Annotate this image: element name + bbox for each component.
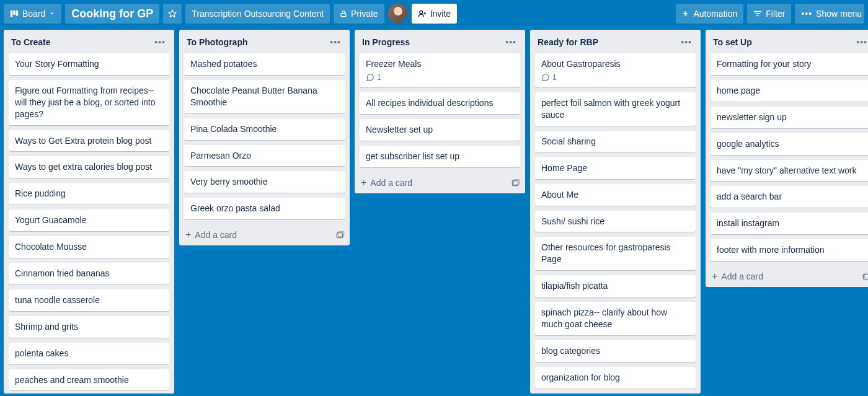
card[interactable]: About Gastroparesis1 [535,53,696,87]
card-template-button[interactable] [335,230,345,240]
card-title: Very berry smoothie [190,176,339,188]
card-badges: 1 [541,73,689,82]
card[interactable]: polenta cakes [9,343,169,364]
card[interactable]: peaches and cream smoothie [9,369,169,391]
card[interactable]: Other resources for gastroparesis Page [535,237,696,270]
svg-rect-2 [16,11,19,16]
list: In Progress•••Freezer Meals1All recipes … [355,30,525,193]
card[interactable]: Very berry smoothie [184,171,345,193]
card[interactable]: About Me [535,184,696,206]
list-title[interactable]: To Create [11,37,151,47]
card[interactable]: Pina Colada Smoothie [184,118,345,140]
card[interactable]: home page [711,80,868,102]
visibility-label: Private [351,9,378,19]
card[interactable]: Parmesan Orzo [184,145,345,167]
workspace-button[interactable]: Transcription Outsourcing Content [185,4,330,24]
board-name-button[interactable]: Cooking for GP [65,4,159,24]
card[interactable]: Chocolate Peanut Butter Banana Smoothie [184,80,345,113]
card[interactable]: google analytics [711,133,868,155]
card[interactable]: tilapia/fish picatta [535,275,696,297]
svg-point-5 [420,11,423,14]
card-title: polenta cakes [15,348,163,359]
list-menu-button[interactable]: ••• [502,36,520,48]
card[interactable]: newsletter sign up [711,107,868,128]
plus-icon: + [712,271,717,282]
card[interactable]: Figure out Formatting from recipes-- wil… [9,80,169,125]
list-menu-button[interactable]: ••• [326,36,345,48]
card-badges: 1 [366,73,514,82]
automation-button[interactable]: Automation [676,4,743,24]
card[interactable]: footer with more information [711,239,868,261]
list-title[interactable]: To Photograph [187,37,326,47]
card[interactable]: Shrimp and grits [9,316,169,338]
card[interactable]: Greek orzo pasta salad [184,198,345,219]
lock-icon [340,10,347,17]
invite-button[interactable]: Invite [412,4,457,24]
card[interactable]: Freezer Meals1 [360,53,520,87]
card[interactable]: Yogurt Guacamole [9,209,169,231]
card[interactable]: Ways to get extra calories blog post [9,156,169,178]
list-title[interactable]: In Progress [362,37,502,47]
show-menu-label: Show menu [816,9,862,19]
card[interactable]: Sushi/ sushi rice [535,211,696,232]
card-template-button[interactable] [861,271,868,281]
card[interactable]: blog categories [535,340,696,362]
card[interactable]: tuna noodle casserole [9,289,169,311]
card[interactable]: Home Page [535,157,696,179]
card-title: Ways to Get Extra protein blog post [15,135,163,147]
show-menu-button[interactable]: ••• Show menu [795,4,864,24]
member-avatar[interactable] [388,4,408,24]
list-menu-button[interactable]: ••• [677,36,696,48]
card[interactable]: spinach pizza-- clarify about how much g… [535,302,696,335]
visibility-button[interactable]: Private [334,4,384,24]
star-button[interactable] [163,4,182,24]
board-header: Board Cooking for GP Transcription Outso… [0,0,868,27]
card[interactable]: Ways to Get Extra protein blog post [9,130,169,152]
list-title[interactable]: To set Up [713,37,852,47]
card-list: Formatting for your storyhome pagenewsle… [706,53,868,266]
board-view-label: Board [22,9,45,19]
card[interactable]: add a search bar [711,186,868,208]
card-title: About Gastroparesis [541,58,689,70]
card-title: Home Page [541,162,689,174]
card[interactable]: Mashed potatoes [184,53,345,75]
filter-icon [753,9,762,18]
card-title: All recipes individual descriptions [366,97,514,109]
svg-marker-3 [169,10,177,17]
card[interactable]: Social sharing [535,131,696,152]
card[interactable]: have "my story" alternative text work [711,160,868,182]
list: To Photograph•••Mashed potatoesChocolate… [179,30,350,245]
card[interactable]: Newsletter set up [360,119,520,141]
list-menu-button[interactable]: ••• [852,36,868,48]
card-title: Chocolate Peanut Butter Banana Smoothie [190,85,339,108]
card[interactable]: perfect foil salmon with greek yogurt sa… [535,92,696,126]
card[interactable]: All recipes individual descriptions [360,92,520,114]
card-title: have "my story" alternative text work [717,165,865,177]
card[interactable]: Chocolate Mousse [9,236,169,258]
list-menu-button[interactable]: ••• [151,36,169,48]
list-title[interactable]: Ready for RBP [538,37,677,47]
card[interactable]: get subscriber list set up [360,146,520,167]
add-card-button[interactable]: +Add a card [179,224,350,245]
filter-button[interactable]: Filter [747,4,791,24]
add-card-button[interactable]: +Add a card [355,172,525,193]
card[interactable]: install instagram [711,213,868,234]
list: To set Up•••Formatting for your storyhom… [706,30,868,287]
add-user-icon [418,9,427,18]
card[interactable]: Formatting for your story [711,53,868,75]
comment-icon [541,73,550,82]
board-view-switcher[interactable]: Board [4,4,61,24]
card-title: Other resources for gastroparesis Page [541,242,689,265]
svg-rect-14 [864,273,868,278]
list: Ready for RBP•••About Gastroparesis1perf… [530,30,701,394]
card[interactable]: Your Story Formatting [9,53,169,75]
card[interactable]: organization for blog [535,367,696,389]
card[interactable]: Cinnamon fried bananas [9,263,169,284]
card-template-button[interactable] [510,178,520,188]
card-title: Figure out Formatting from recipes-- wil… [15,85,163,120]
card[interactable]: Rice pudding [9,183,169,205]
card-title: Sushi/ sushi rice [541,216,689,227]
add-card-button[interactable]: +Add a card [706,266,868,287]
card-title: Rice pudding [15,188,163,200]
card-title: Formatting for your story [717,58,865,70]
